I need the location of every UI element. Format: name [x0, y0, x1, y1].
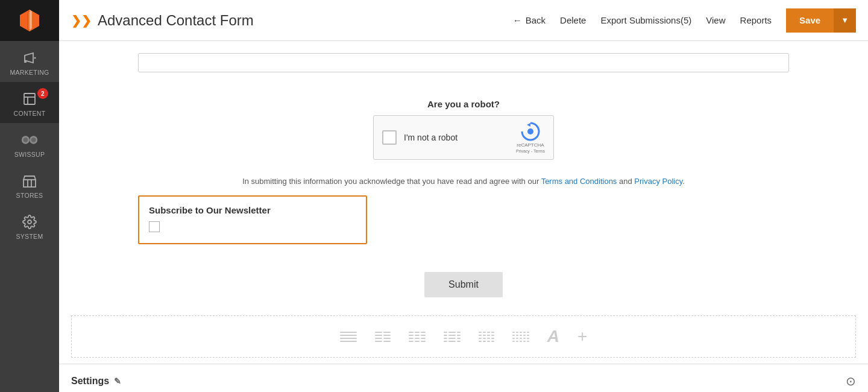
sidebar-item-marketing-label: MARKETING: [10, 69, 49, 76]
textarea-container: [138, 53, 789, 87]
form-canvas: Are you a robot? I'm not a robot reCAPTC…: [59, 41, 868, 392]
recaptcha-logo: reCAPTCHA Privacy - Terms: [516, 122, 545, 153]
svg-point-12: [24, 138, 28, 142]
content-badge: 2: [37, 88, 48, 99]
submit-row: Submit: [138, 272, 789, 297]
layout-3col-2-icon[interactable]: [444, 332, 461, 342]
main-content: ❯❯ Advanced Contact Form ← Back Delete E…: [59, 0, 868, 392]
terms-suffix: .: [682, 177, 685, 186]
form-section: Are you a robot? I'm not a robot reCAPTC…: [59, 53, 868, 309]
chevron-down-icon: ▼: [841, 16, 849, 25]
settings-collapse-icon[interactable]: ⊙: [846, 374, 856, 388]
content-icon: [21, 90, 38, 107]
recaptcha-icon: [521, 122, 540, 141]
page-title: Advanced Contact Form: [98, 12, 254, 29]
layout-1col-icon[interactable]: [340, 332, 357, 342]
export-button[interactable]: Export Submissions(5): [600, 15, 691, 25]
newsletter-row: Subscribe to Our Newsletter: [138, 195, 789, 256]
delete-button[interactable]: Delete: [560, 15, 586, 25]
topbar-actions: ← Back Delete Export Submissions(5) View…: [513, 8, 856, 33]
sidebar-item-marketing[interactable]: MARKETING: [0, 41, 59, 82]
sidebar-item-swissup[interactable]: SWISSUP: [0, 123, 59, 164]
layout-2col-icon[interactable]: [375, 332, 391, 342]
content-area: Are you a robot? I'm not a robot reCAPTC…: [59, 41, 868, 392]
robot-section: Are you a robot? I'm not a robot reCAPTC…: [138, 99, 789, 160]
recaptcha-text: I'm not a robot: [404, 133, 509, 142]
swissup-logo-icon: [21, 131, 38, 148]
submit-button[interactable]: Submit: [424, 272, 503, 297]
sidebar-item-content-label: CONTENT: [14, 110, 46, 117]
system-icon: [21, 213, 38, 230]
layout-5col-icon[interactable]: [512, 332, 529, 342]
robot-label: Are you a robot?: [427, 99, 500, 109]
sidebar-item-system[interactable]: SYSTEM: [0, 205, 59, 246]
topbar: ❯❯ Advanced Contact Form ← Back Delete E…: [59, 0, 868, 41]
recaptcha-brand-text: reCAPTCHA: [517, 142, 544, 148]
stores-icon: [21, 172, 38, 189]
svg-point-13: [31, 138, 36, 142]
save-button-group: Save ▼: [786, 8, 856, 33]
settings-title: Settings ✎: [71, 376, 121, 387]
svg-rect-3: [28, 12, 31, 29]
recaptcha-links-text: Privacy - Terms: [516, 149, 545, 153]
sidebar-item-stores[interactable]: STORES: [0, 164, 59, 205]
newsletter-title: Subscribe to Our Newsletter: [149, 205, 354, 215]
svg-rect-7: [24, 93, 35, 104]
save-dropdown-button[interactable]: ▼: [834, 8, 856, 33]
svg-rect-14: [24, 180, 36, 187]
svg-point-18: [527, 128, 533, 134]
terms-middle: and: [617, 177, 634, 186]
reports-button[interactable]: Reports: [740, 15, 772, 25]
megaphone-icon: [21, 49, 38, 66]
save-button[interactable]: Save: [786, 8, 834, 33]
view-button[interactable]: View: [706, 15, 725, 25]
svg-point-4: [34, 57, 36, 59]
sidebar-item-content[interactable]: CONTENT 2: [0, 82, 59, 123]
settings-bar: Settings ✎ ⊙: [59, 364, 868, 392]
sidebar-item-stores-label: STORES: [16, 192, 43, 199]
recaptcha-box: I'm not a robot reCAPTCHA Privacy - Term…: [373, 115, 554, 160]
privacy-link[interactable]: Privacy Policy: [634, 177, 682, 186]
newsletter-checkbox[interactable]: [149, 221, 160, 232]
message-textarea[interactable]: [138, 53, 789, 72]
sidebar-item-system-label: SYSTEM: [16, 233, 43, 240]
back-arrow-icon: ←: [513, 15, 522, 25]
terms-prefix: In submitting this information you ackno…: [242, 177, 541, 186]
layout-toolbar: A +: [71, 315, 856, 358]
sidebar-item-swissup-label: SWISSUP: [14, 151, 45, 158]
magento-logo: [0, 0, 59, 41]
settings-edit-icon[interactable]: ✎: [114, 376, 121, 386]
svg-point-17: [28, 220, 31, 224]
magento-logo-svg: [16, 7, 43, 34]
terms-link[interactable]: Terms and Conditions: [541, 177, 617, 186]
recaptcha-checkbox[interactable]: [382, 130, 397, 145]
layout-4col-icon[interactable]: [479, 332, 494, 342]
topbar-title-section: ❯❯ Advanced Contact Form: [71, 12, 513, 29]
layout-3col-1-icon[interactable]: [409, 332, 426, 342]
sidebar: MARKETING CONTENT 2 SWISSUP: [0, 0, 59, 392]
terms-text: In submitting this information you ackno…: [138, 177, 789, 186]
double-arrow-icon: ❯❯: [71, 13, 92, 28]
newsletter-box: Subscribe to Our Newsletter: [138, 195, 367, 244]
back-button[interactable]: ← Back: [513, 15, 546, 25]
layout-add-icon[interactable]: +: [577, 327, 587, 346]
layout-text-icon[interactable]: A: [547, 327, 559, 346]
